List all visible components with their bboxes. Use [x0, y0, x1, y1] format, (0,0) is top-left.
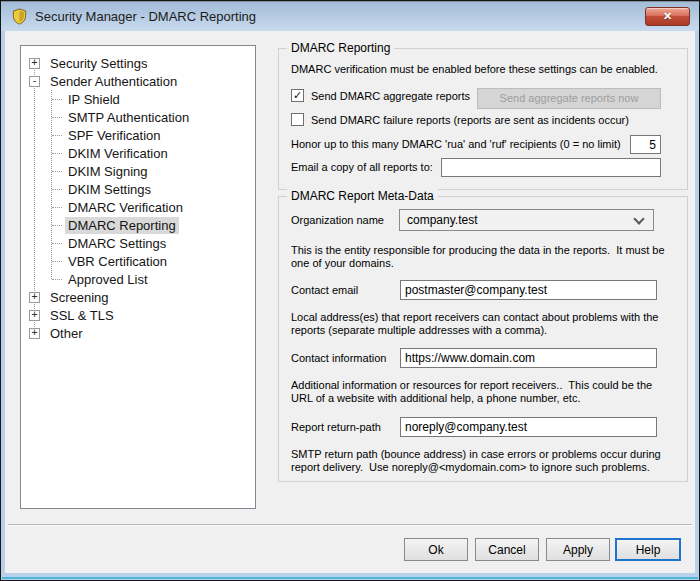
tree-item-ip-shield[interactable]: IP Shield	[21, 90, 255, 108]
contact-information-label: Contact information	[291, 352, 386, 365]
expander-plus-icon[interactable]: +	[29, 292, 40, 303]
aggregate-reports-checkbox[interactable]: ✓	[291, 89, 304, 102]
tree-item-label: DKIM Verification	[65, 145, 171, 162]
tree-item-label: Other	[47, 325, 86, 342]
tree-item-label: SSL & TLS	[47, 307, 117, 324]
email-copy-label: Email a copy of all reports to:	[291, 161, 433, 174]
tree-item-label: Approved List	[65, 271, 151, 288]
failure-reports-label[interactable]: Send DMARC failure reports (reports are …	[311, 114, 629, 126]
close-button[interactable]: ✕	[645, 7, 690, 26]
cancel-button[interactable]: Cancel	[475, 538, 539, 561]
checkmark-icon: ✓	[293, 90, 302, 101]
organization-name-value: company.test	[407, 213, 477, 227]
tree-item-label: VBR Certification	[65, 253, 170, 270]
group-title: DMARC Report Meta-Data	[287, 189, 438, 203]
tree-item-label: SPF Verification	[65, 127, 164, 144]
organization-name-help: This is the entity responsible for produ…	[291, 244, 675, 270]
expander-plus-icon[interactable]: +	[29, 310, 40, 321]
contact-email-input[interactable]	[400, 280, 657, 300]
organization-name-select[interactable]: company.test	[399, 209, 654, 231]
failure-reports-row: Send DMARC failure reports (reports are …	[291, 113, 629, 126]
tree-item-sender-authentication[interactable]: - Sender Authentication	[21, 72, 255, 90]
contact-email-label: Contact email	[291, 284, 358, 297]
tree-item-label: IP Shield	[65, 91, 123, 108]
button-bar-separator	[8, 524, 692, 526]
aggregate-reports-label[interactable]: Send DMARC aggregate reports	[311, 90, 470, 102]
tree-item-label-selected: DMARC Reporting	[65, 217, 179, 234]
tree-item-dmarc-settings[interactable]: DMARC Settings	[21, 234, 255, 252]
tree-item-dmarc-verification[interactable]: DMARC Verification	[21, 198, 255, 216]
tree-item-dkim-verification[interactable]: DKIM Verification	[21, 144, 255, 162]
dialog-content: + Security Settings - Sender Authenticat…	[5, 31, 695, 573]
tree-item-label: DMARC Settings	[65, 235, 169, 252]
tree-item-screening[interactable]: + Screening	[21, 288, 255, 306]
title-bar: Security Manager - DMARC Reporting ✕	[1, 1, 699, 31]
aggregate-reports-row: ✓ Send DMARC aggregate reports	[291, 89, 470, 102]
window-bottom-accent	[2, 577, 698, 579]
failure-reports-checkbox[interactable]	[291, 113, 304, 126]
dmarc-meta-data-group: DMARC Report Meta-Data Organization name…	[278, 196, 688, 482]
close-icon: ✕	[663, 10, 672, 23]
tree-item-dkim-signing[interactable]: DKIM Signing	[21, 162, 255, 180]
shield-icon	[11, 8, 28, 25]
contact-email-help: Local address(es) that report receivers …	[291, 311, 675, 337]
window-title: Security Manager - DMARC Reporting	[35, 9, 256, 24]
contact-information-help: Additional information or resources for …	[291, 379, 675, 405]
organization-name-label: Organization name	[291, 214, 384, 227]
report-return-path-label: Report return-path	[291, 421, 381, 434]
tree-item-approved-list[interactable]: Approved List	[21, 270, 255, 288]
settings-tree: + Security Settings - Sender Authenticat…	[20, 45, 256, 509]
tree-item-label: Screening	[47, 289, 112, 306]
report-return-path-input[interactable]	[400, 417, 657, 437]
tree-item-smtp-authentication[interactable]: SMTP Authentication	[21, 108, 255, 126]
tree-item-label: SMTP Authentication	[65, 109, 192, 126]
expander-plus-icon[interactable]: +	[29, 328, 40, 339]
dialog-window: Security Manager - DMARC Reporting ✕ + S…	[0, 0, 700, 581]
tree-item-vbr-certification[interactable]: VBR Certification	[21, 252, 255, 270]
dmarc-enable-note: DMARC verification must be enabled befor…	[291, 63, 658, 76]
tree-item-label: Security Settings	[47, 55, 151, 72]
tree-item-ssl-tls[interactable]: + SSL & TLS	[21, 306, 255, 324]
tree-item-label: DMARC Verification	[65, 199, 186, 216]
tree-item-other[interactable]: + Other	[21, 324, 255, 342]
tree-item-dmarc-reporting[interactable]: DMARC Reporting	[21, 216, 255, 234]
tree-item-label: Sender Authentication	[47, 73, 180, 90]
tree-item-label: DKIM Signing	[65, 163, 150, 180]
apply-button[interactable]: Apply	[546, 538, 610, 561]
tree-item-spf-verification[interactable]: SPF Verification	[21, 126, 255, 144]
dmarc-reporting-group: DMARC Reporting DMARC verification must …	[278, 48, 688, 190]
expander-minus-icon[interactable]: -	[29, 76, 40, 87]
chevron-down-icon	[633, 213, 644, 224]
ok-button[interactable]: Ok	[404, 538, 468, 561]
tree-item-label: DKIM Settings	[65, 181, 154, 198]
contact-information-input[interactable]	[400, 348, 657, 368]
honor-recipients-label: Honor up to this many DMARC 'rua' and 'r…	[291, 138, 621, 151]
tree-item-dkim-settings[interactable]: DKIM Settings	[21, 180, 255, 198]
expander-plus-icon[interactable]: +	[29, 58, 40, 69]
honor-recipients-input[interactable]	[630, 135, 661, 154]
send-aggregate-reports-now-button[interactable]: Send aggregate reports now	[477, 88, 661, 109]
report-return-path-help: SMTP return path (bounce address) in cas…	[291, 448, 675, 474]
tree-item-security-settings[interactable]: + Security Settings	[21, 54, 255, 72]
help-button[interactable]: Help	[615, 538, 681, 561]
email-copy-input[interactable]	[441, 158, 661, 177]
group-title: DMARC Reporting	[287, 41, 394, 55]
